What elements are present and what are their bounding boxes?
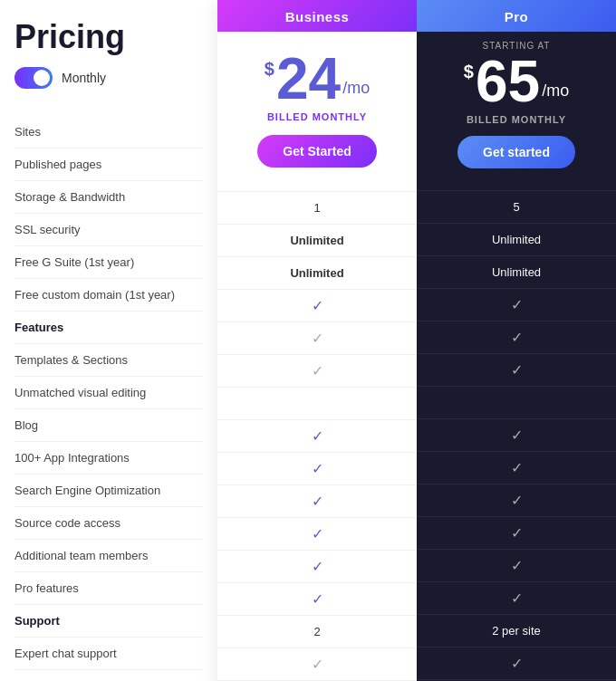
pro-value-row: Unlimited xyxy=(417,224,616,256)
business-price-display: $ 24 /mo xyxy=(226,50,408,108)
feature-label-row: Unmatched visual editing xyxy=(14,377,203,409)
business-value-row: ✓ xyxy=(217,322,417,355)
feature-label-row: Templates & Sections xyxy=(14,344,203,377)
pro-value-row: ✓ xyxy=(417,484,616,517)
pro-checkmark-icon: ✓ xyxy=(511,296,523,313)
business-value-row: ✓ xyxy=(217,583,417,616)
pro-header: Pro xyxy=(417,0,616,32)
pro-billed-label: BILLED MONTHLY xyxy=(426,114,607,125)
business-value-row: ✓ xyxy=(217,290,417,322)
checkmark-icon: ✓ xyxy=(312,525,323,542)
business-column: Business $ 24 /mo BILLED MONTHLY Get Sta… xyxy=(217,0,417,681)
page-title: Pricing xyxy=(14,18,203,56)
feature-label-row: Priority response xyxy=(14,670,203,681)
pro-value-row xyxy=(417,387,616,419)
feature-label-row: Free G Suite (1st year) xyxy=(14,246,203,279)
feature-label-row: Storage & Bandwidth xyxy=(14,181,203,214)
pro-checkmark-icon: ✓ xyxy=(511,590,523,607)
pro-checkmark-icon: ✓ xyxy=(511,557,523,574)
pro-value-row: ✓ xyxy=(417,289,616,321)
pro-checkmark-icon: ✓ xyxy=(511,329,523,346)
pro-value-row: ✓ xyxy=(417,647,616,680)
pro-value-row: ✓ xyxy=(417,452,616,484)
feature-label-row: Features xyxy=(14,312,203,344)
business-header: Business xyxy=(217,0,417,32)
checkmark-icon: ✓ xyxy=(312,590,323,608)
feature-label-row: Free custom domain (1st year) xyxy=(14,279,203,312)
feature-label-row: Sites xyxy=(14,116,203,149)
pro-price-dollar: $ xyxy=(464,62,474,82)
checkmark-icon: ✓ xyxy=(312,558,323,575)
checkmark-light-icon: ✓ xyxy=(312,330,323,347)
business-price-dollar: $ xyxy=(265,59,274,80)
feature-label-row: SSL security xyxy=(14,214,203,246)
pro-value-row: ✓ xyxy=(417,419,616,452)
pro-value-row: Unlimited xyxy=(417,256,616,289)
pro-price-mo: /mo xyxy=(542,82,569,101)
pro-value-row: ✓ xyxy=(417,550,616,582)
pro-price-area: STARTING AT $ 65 /mo BILLED MONTHLY Get … xyxy=(417,32,616,190)
business-value-rows: 1UnlimitedUnlimited✓✓✓✓✓✓✓✓✓2✓✓✓✓ xyxy=(217,191,417,681)
feature-label-row: Additional team members xyxy=(14,540,203,572)
checkmark-light-icon: ✓ xyxy=(312,362,323,379)
business-value-row xyxy=(217,388,417,420)
pro-value-row: ✓ xyxy=(417,517,616,550)
pro-value-row: 2 per site xyxy=(417,615,616,647)
feature-label-row: Blog xyxy=(14,409,203,442)
pro-checkmark-icon: ✓ xyxy=(511,655,523,672)
pro-value-row: 5 xyxy=(417,191,616,224)
business-value-row: ✓ xyxy=(217,518,417,551)
checkmark-icon: ✓ xyxy=(312,427,323,445)
feature-label-row: Support xyxy=(14,605,203,638)
checkmark-icon: ✓ xyxy=(312,460,323,477)
pro-checkmark-icon: ✓ xyxy=(511,427,523,444)
feature-label-row: Expert chat support xyxy=(14,638,203,670)
feature-label-row: Published pages xyxy=(14,149,203,181)
business-value-row: ✓ xyxy=(217,355,417,388)
feature-label-row: Search Engine Optimization xyxy=(14,475,203,507)
billing-toggle-row: Monthly xyxy=(14,67,203,89)
pro-value-row: ✓ xyxy=(417,582,616,615)
pro-column: Pro STARTING AT $ 65 /mo BILLED MONTHLY … xyxy=(417,0,616,681)
feature-label-row: 100+ App Integrations xyxy=(14,442,203,475)
business-billed-label: BILLED MONTHLY xyxy=(226,111,408,122)
business-value-row: ✓ xyxy=(217,485,417,518)
business-value-row: ✓ xyxy=(217,648,417,681)
business-cta-button[interactable]: Get Started xyxy=(257,135,376,168)
feature-label-row: Source code access xyxy=(14,507,203,540)
business-value-row: ✓ xyxy=(217,420,417,453)
business-value-row: ✓ xyxy=(217,453,417,485)
feature-labels: SitesPublished pagesStorage & BandwidthS… xyxy=(14,116,203,681)
toggle-label: Monthly xyxy=(62,71,106,85)
checkmark-light-icon: ✓ xyxy=(312,656,323,673)
pro-checkmark-icon: ✓ xyxy=(511,459,523,476)
business-price-mo: /mo xyxy=(342,79,370,98)
pro-value-rows: 5UnlimitedUnlimited✓✓✓✓✓✓✓✓✓2 per site✓✓… xyxy=(417,190,616,681)
business-price-area: $ 24 /mo BILLED MONTHLY Get Started xyxy=(217,32,417,191)
pro-checkmark-icon: ✓ xyxy=(511,492,523,509)
business-value-row: Unlimited xyxy=(217,225,417,257)
pro-value-row: ✓ xyxy=(417,354,616,387)
business-value-row: 2 xyxy=(217,616,417,648)
pro-price-amount: 65 xyxy=(476,53,540,110)
pro-checkmark-icon: ✓ xyxy=(511,361,523,379)
pro-cta-button[interactable]: Get started xyxy=(457,136,575,168)
business-value-row: 1 xyxy=(217,192,417,225)
business-price-amount: 24 xyxy=(276,50,341,108)
pro-price-display: $ 65 /mo xyxy=(426,53,607,110)
pro-value-row: ✓ xyxy=(417,321,616,354)
monthly-toggle[interactable] xyxy=(14,67,53,89)
feature-label-row: Pro features xyxy=(14,572,203,605)
checkmark-icon: ✓ xyxy=(312,493,323,510)
business-value-row: ✓ xyxy=(217,551,417,583)
checkmark-icon: ✓ xyxy=(312,297,323,314)
pro-checkmark-icon: ✓ xyxy=(511,524,523,542)
labels-column: Pricing Monthly SitesPublished pagesStor… xyxy=(0,0,217,681)
pricing-page: Pricing Monthly SitesPublished pagesStor… xyxy=(0,0,616,681)
business-value-row: Unlimited xyxy=(217,257,417,290)
